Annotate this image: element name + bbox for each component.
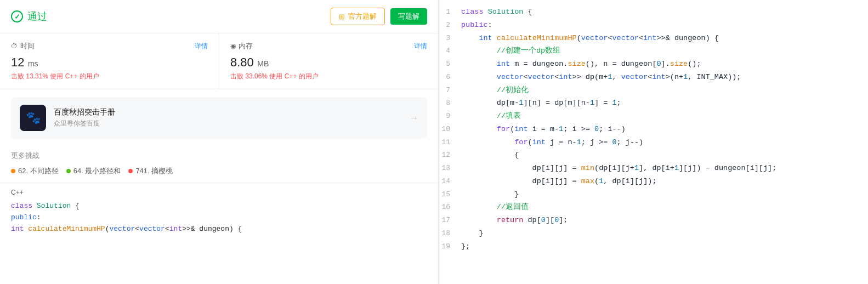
memory-beat: 击败 33.06% 使用 C++ 的用户 [230,72,427,81]
editor-line-17: 17 return dp[0][0]; [439,214,868,227]
editor-line-15: 15 } [439,188,868,201]
editor-line-18: 18 } [439,227,868,240]
editor-line-1: 1 class Solution { [439,5,868,19]
editor-line-2: 2 public: [439,19,868,32]
editor-line-5: 5 int m = dungeon.size(), n = dungeon[0]… [439,58,868,71]
ad-card[interactable]: 🐾 百度秋招突击手册 众里寻你签百度 → [11,97,427,139]
editor-line-16: 16 //返回值 [439,201,868,214]
memory-detail-link[interactable]: 详情 [414,42,427,51]
editor-line-11: 11 for(int j = n-1; j >= 0; j--) [439,136,868,149]
clock-icon: ⏱ [11,42,18,50]
preview-line-1: class Solution { [11,201,427,212]
challenges-list: 62. 不同路径 64. 最小路径和 741. 摘樱桃 [11,166,427,176]
challenge-item-0[interactable]: 62. 不同路径 [11,166,59,176]
challenges-title: 更多挑战 [11,151,427,161]
time-title: ⏱ 时间 [11,41,35,51]
ad-title: 百度秋招突击手册 [54,107,410,117]
memory-title: ◉ 内存 [230,41,253,51]
pass-label: 通过 [27,10,47,23]
official-solution-button[interactable]: ⊞ 官方题解 [331,8,385,25]
ad-icon: 🐾 [20,105,46,131]
ad-subtitle: 众里寻你签百度 [54,119,410,128]
editor-line-8: 8 dp[m-1][n] = dp[m][n-1] = 1; [439,96,868,110]
editor-line-12: 12 { [439,149,868,162]
preview-line-3: int calculateMinimumHP(vector<vector<int… [11,224,427,235]
memory-stat-card: ◉ 内存 详情 8.80 MB 击败 33.06% 使用 C++ 的用户 [219,33,438,89]
editor-line-10: 10 for(int i = m-1; i >= 0; i--) [439,123,868,136]
right-panel: 1 class Solution { 2 public: 3 int calcu… [439,0,868,284]
code-preview: class Solution { public: int calculateMi… [11,201,427,235]
time-value: 12 ms [11,55,208,70]
time-stat-header: ⏱ 时间 详情 [11,41,208,51]
result-header: 通过 ⊞ 官方题解 写题解 [0,0,438,33]
editor-line-6: 6 vector<vector<int>> dp(m+1, vector<int… [439,71,868,84]
code-editor: 1 class Solution { 2 public: 3 int calcu… [439,5,868,253]
pass-badge: 通过 [11,10,47,23]
time-detail-link[interactable]: 详情 [195,42,208,51]
pass-icon [11,10,23,22]
challenge-label-2: 741. 摘樱桃 [135,166,173,176]
challenge-item-1[interactable]: 64. 最小路径和 [66,166,121,176]
editor-line-7: 7 //初始化 [439,84,868,97]
editor-line-19: 19 }; [439,240,868,253]
memory-icon: ◉ [230,42,236,50]
memory-stat-header: ◉ 内存 详情 [230,41,427,51]
header-actions: ⊞ 官方题解 写题解 [331,8,427,25]
time-stat-card: ⏱ 时间 详情 12 ms 击败 13.31% 使用 C++ 的用户 [0,33,219,89]
ad-arrow-icon: → [410,113,418,123]
code-section: C++ class Solution { public: int calcula… [0,183,438,284]
challenge-item-2[interactable]: 741. 摘樱桃 [128,166,173,176]
challenge-label-0: 62. 不同路径 [18,166,59,176]
time-beat: 击败 13.31% 使用 C++ 的用户 [11,72,208,81]
stats-row: ⏱ 时间 详情 12 ms 击败 13.31% 使用 C++ 的用户 ◉ 内存 … [0,33,438,89]
challenges-section: 更多挑战 62. 不同路径 64. 最小路径和 741. 摘樱桃 [0,146,438,183]
ad-content: 百度秋招突击手册 众里寻你签百度 [54,107,410,128]
difficulty-dot-2 [128,169,133,173]
editor-line-3: 3 int calculateMinimumHP(vector<vector<i… [439,32,868,45]
code-lang: C++ [11,189,427,196]
memory-value: 8.80 MB [230,55,427,70]
editor-line-13: 13 dp[i][j] = min(dp[i][j+1], dp[i+1][j]… [439,162,868,175]
left-panel: 通过 ⊞ 官方题解 写题解 ⏱ 时间 详情 12 ms 击败 13.31% [0,0,439,284]
editor-line-9: 9 //填表 [439,110,868,123]
difficulty-dot-0 [11,169,15,173]
difficulty-dot-1 [66,169,71,173]
editor-line-14: 14 dp[i][j] = max(1, dp[i][j]); [439,175,868,188]
preview-line-2: public: [11,212,427,224]
challenge-label-1: 64. 最小路径和 [73,166,121,176]
write-solution-button[interactable]: 写题解 [390,8,427,25]
book-icon: ⊞ [339,13,345,21]
editor-line-4: 4 //创建一个dp数组 [439,44,868,58]
